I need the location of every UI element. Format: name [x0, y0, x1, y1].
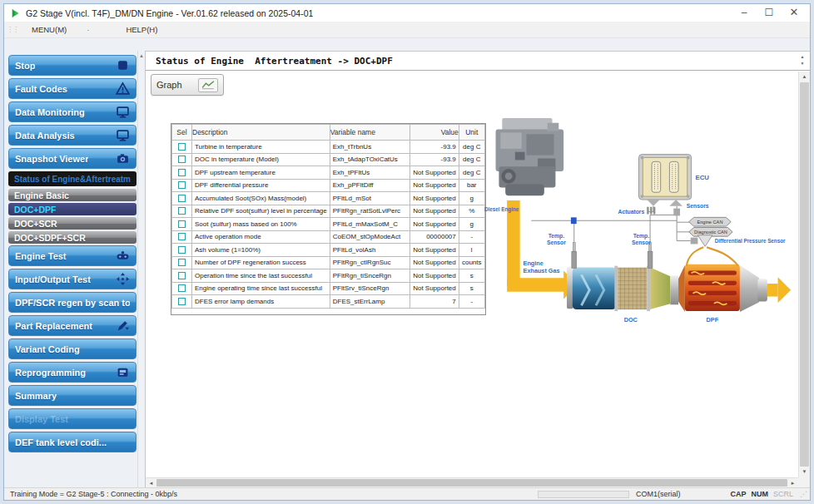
row-checkbox[interactable]: [178, 169, 186, 176]
graph-chart-icon: [198, 78, 218, 92]
header-spinner[interactable]: ▲▼: [797, 53, 807, 67]
scrollbar-corner: [798, 477, 810, 487]
graph-button-label: Graph: [156, 80, 182, 90]
scroll-left-icon[interactable]: ◂: [146, 478, 156, 487]
main-panel: Status of Engine Aftertreatment -> DOC+D…: [145, 51, 810, 487]
sidebar-item-label: Data Analysis: [15, 131, 75, 141]
sidebar-item-dpf-scr-regen[interactable]: DPF/SCR regen by scan tool: [8, 292, 136, 313]
value-cell: Not Supported: [409, 166, 459, 180]
unit-cell: deg C: [459, 141, 484, 154]
sidebar-item-label: DOC+DPF: [14, 205, 56, 215]
sidebar-item-data-monitoring[interactable]: Data Monitoring: [8, 101, 136, 122]
sel-cell: [172, 282, 192, 295]
unit-cell: bar: [459, 179, 484, 192]
scroll-down-icon[interactable]: ▼: [799, 467, 810, 477]
row-checkbox[interactable]: [178, 156, 186, 163]
vertical-scrollbar[interactable]: ▲ ▼: [798, 72, 810, 477]
caps-lock-indicator: CAP: [730, 490, 746, 498]
scroll-up-icon[interactable]: ▲: [799, 72, 810, 82]
row-checkbox[interactable]: [178, 207, 186, 215]
sidebar-item-doc-scr[interactable]: DOC+SCR: [8, 217, 136, 230]
unit-cell: -: [459, 230, 484, 244]
dpf-label: DPF: [707, 316, 719, 324]
row-checkbox[interactable]: [178, 284, 186, 292]
chip-icon: [116, 365, 130, 379]
scroll-right-icon[interactable]: ▸: [787, 478, 798, 487]
variable-cell: PFltRgn_ratSotLvlPerc: [330, 205, 409, 218]
unit-cell: counts: [459, 256, 484, 269]
row-checkbox[interactable]: [178, 246, 186, 254]
minimize-button[interactable]: –: [732, 5, 757, 21]
variable-cell: Exh_tPFltUs: [330, 166, 409, 180]
vertical-scroll-thumb[interactable]: [800, 82, 809, 467]
sidebar-item-label: Input/Output Test: [15, 274, 91, 284]
sel-cell: [172, 192, 192, 205]
variable-cell: PFltLd_mSot: [330, 192, 409, 205]
diagnostic-can-label: Diagnostic CAN: [694, 230, 727, 235]
menu-item-help[interactable]: HELP(H): [119, 22, 164, 37]
table-row: Accumulated Soot(SOx) Mass(model)PFltLd_…: [172, 192, 485, 205]
description-cell: Number of DPF regeneration success: [192, 256, 330, 269]
value-cell: Not Supported: [409, 179, 459, 192]
sidebar-item-part-replacement[interactable]: Part Replacement: [8, 315, 136, 336]
sidebar-item-engine-test[interactable]: Engine Test: [8, 245, 136, 266]
row-checkbox[interactable]: [178, 195, 186, 202]
sidebar-item-label: Data Monitoring: [15, 107, 85, 117]
status-bar: Training Mode = G2 Stage-5 : Connecting …: [4, 487, 810, 500]
menu-bar: ⋮⋮ MENU(M) · HELP(H): [4, 22, 810, 38]
row-checkbox[interactable]: [178, 143, 186, 151]
engine-can-label: Engine CAN: [697, 220, 722, 225]
sidebar-item-reprogramming[interactable]: Reprogramming: [8, 362, 136, 383]
variable-cell: PFltRgn_ctlRgnSuc: [330, 256, 409, 269]
pencil-icon: [116, 319, 130, 333]
sidebar-item-summary[interactable]: Summary: [8, 385, 136, 406]
com-port-label: COM1(serial): [636, 490, 681, 498]
sidebar-item-engine-basic[interactable]: Engine Basic: [8, 189, 136, 201]
unit-cell: g: [459, 192, 484, 205]
sidebar: StopFault CodesData MonitoringData Analy…: [4, 51, 145, 487]
sidebar-item-variant-coding[interactable]: Variant Coding: [8, 338, 136, 359]
sidebar-item-doc-dpf[interactable]: DOC+DPF: [8, 203, 136, 215]
variable-cell: CoEOM_stOpModeAct: [330, 230, 409, 244]
row-checkbox[interactable]: [178, 220, 186, 228]
sidebar-item-def-tank-level[interactable]: DEF tank level codi...: [8, 432, 136, 452]
row-checkbox[interactable]: [178, 181, 186, 189]
sidebar-scroll-up-icon[interactable]: ▲: [138, 51, 145, 58]
sidebar-item-label: DOC+SCR: [14, 219, 57, 229]
row-checkbox[interactable]: [178, 298, 186, 305]
graph-button[interactable]: Graph: [151, 74, 224, 96]
sidebar-item-status-engine-aftertreatment[interactable]: Status of Engine&Aftertreatment: [8, 171, 136, 186]
sidebar-item-input-output-test[interactable]: Input/Output Test: [8, 269, 136, 289]
description-cell: DPF upstream temperature: [192, 166, 330, 180]
sidebar-item-label: Status of Engine&Aftertreatment: [14, 175, 131, 184]
header-value: Value: [409, 125, 459, 141]
sel-cell: [172, 179, 192, 192]
value-cell: Not Supported: [409, 282, 459, 295]
sidebar-item-fault-codes[interactable]: Fault Codes: [8, 78, 136, 99]
row-checkbox[interactable]: [178, 233, 186, 240]
resize-grip-icon[interactable]: ⋰: [800, 490, 807, 498]
horizontal-scroll-thumb[interactable]: [156, 479, 787, 487]
row-checkbox[interactable]: [178, 272, 186, 279]
value-cell: Not Supported: [409, 218, 459, 231]
header-sel: Sel: [172, 125, 192, 141]
menu-item-menu[interactable]: MENU(M): [25, 22, 73, 37]
exhaust-gas-label-1: Engine: [524, 259, 543, 267]
close-button[interactable]: ✕: [782, 5, 807, 21]
row-checkbox[interactable]: [178, 259, 186, 266]
sidebar-item-snapshot-viewer[interactable]: Snapshot Viewer: [8, 148, 136, 169]
sidebar-scrollbar[interactable]: ▲: [137, 51, 145, 487]
connection-status: Training Mode = G2 Stage-5 : Connecting …: [10, 490, 538, 498]
menu-item-extra[interactable]: ·: [80, 22, 96, 37]
table-row: Relative DPF soot(sulfur) level in perce…: [172, 205, 485, 218]
sidebar-item-doc-sdpf-scr[interactable]: DOC+SDPF+SCR: [8, 231, 136, 244]
table-row: DPF upstream temperatureExh_tPFltUsNot S…: [172, 166, 485, 180]
sidebar-item-data-analysis[interactable]: Data Analysis: [8, 125, 136, 146]
sidebar-item-stop[interactable]: Stop: [8, 55, 136, 76]
maximize-button[interactable]: ☐: [757, 5, 782, 21]
description-cell: Soot (sulfur) mass based on 100%: [192, 218, 330, 231]
actuator-connector-icon: [647, 207, 655, 215]
value-cell: 00000007: [409, 230, 459, 244]
horizontal-scrollbar[interactable]: ◂ ▸: [146, 477, 798, 487]
temp-sensor-1-label-2: Sensor: [547, 240, 566, 245]
